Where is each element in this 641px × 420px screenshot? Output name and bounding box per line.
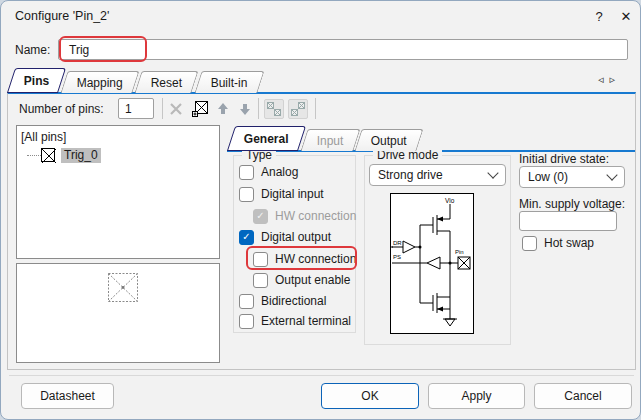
checkbox-digital-output[interactable]: ✓Digital output [239,229,331,245]
checkbox-icon[interactable] [253,273,268,288]
checkbox-icon[interactable] [522,236,537,251]
toolbar-separator [315,98,316,119]
tab-scroll-right-icon[interactable]: ▹ [610,73,622,85]
tree-root[interactable]: [All pins] [21,130,66,144]
number-of-pins-input[interactable]: 1 [118,98,154,119]
checkbox-digital-input[interactable]: Digital input [239,186,324,202]
checkbox-analog[interactable]: Analog [239,164,298,180]
checkbox-icon[interactable]: ✓ [239,230,254,245]
name-value: Trig [69,43,89,57]
checkbox-hw-connection-input: ✓HW connection [253,208,356,224]
schematic-ps-label: PS [393,254,401,260]
datasheet-button[interactable]: Datasheet [21,383,114,409]
tree-connector [27,155,41,156]
name-input[interactable]: Trig [58,39,628,60]
ok-button[interactable]: OK [321,383,419,409]
number-of-pins-label: Number of pins: [19,102,104,116]
pin-preview-symbol [108,273,138,302]
move-down-icon[interactable] [236,100,254,118]
driver-schematic: Vio DR PS Pin [390,193,474,334]
checkbox-icon[interactable] [253,252,268,267]
schematic-dr-label: DR [393,240,402,246]
move-up-icon[interactable] [214,100,232,118]
pin-symbol-icon [41,148,55,162]
double-crossed-box-icon [266,101,282,117]
dialog-title: Configure 'Pin_2' [15,9,109,23]
toolbar-separator [258,98,259,119]
crossed-box-add-icon [191,100,210,119]
tab-scroll-left-icon[interactable]: ◃ [598,73,610,85]
tab-reset[interactable]: Reset [135,71,200,93]
checkbox-hot-swap[interactable]: Hot swap [522,235,594,251]
group-pins-icon[interactable] [264,99,284,119]
initial-drive-state-dropdown[interactable]: Low (0) [519,166,625,188]
checkbox-bidirectional[interactable]: Bidirectional [239,293,326,309]
footer-separator [9,375,634,376]
schematic-pin-label: Pin [455,249,464,255]
checkbox-icon[interactable] [239,294,254,309]
tab-output[interactable]: Output [355,129,424,151]
tree-item-trig0[interactable]: Trig_0 [61,148,101,163]
down-arrow-icon [238,102,252,116]
number-of-pins-value: 1 [125,102,132,116]
checkbox-icon[interactable] [239,187,254,202]
double-crossed-box-icon [290,101,306,117]
apply-button[interactable]: Apply [428,383,525,409]
drive-mode-value: Strong drive [378,168,443,182]
pin-preview-panel [16,263,220,363]
chevron-down-icon [606,169,617,180]
tab-mapping[interactable]: Mapping [61,71,140,93]
tab-general[interactable]: General [227,126,306,151]
initial-drive-state-label: Initial drive state: [519,152,609,166]
help-icon[interactable]: ? [584,1,614,31]
tab-built-in[interactable]: Built-in [194,71,264,93]
delete-pin-icon[interactable] [167,100,185,118]
initial-drive-state-value: Low (0) [528,170,568,184]
checkbox-external-terminal[interactable]: External terminal [239,313,351,329]
inner-tab-strip: General Input Output [231,128,422,151]
chevron-down-icon [487,167,498,178]
up-arrow-icon [216,102,230,116]
add-pin-icon[interactable] [190,99,210,119]
x-icon [169,102,183,116]
checkbox-icon[interactable] [239,165,254,180]
tab-pins[interactable]: Pins [7,68,66,93]
checkbox-icon[interactable] [239,314,254,329]
cancel-button[interactable]: Cancel [534,383,632,409]
close-icon[interactable]: ✕ [611,1,641,31]
schematic-vio-label: Vio [445,197,455,204]
tab-scroll-arrows[interactable]: ◃▹ [598,73,621,86]
tab-input: Input [300,129,360,151]
name-label: Name: [15,43,50,57]
checkbox-icon: ✓ [253,209,268,224]
checkbox-hw-connection-output[interactable]: HW connection [253,251,356,267]
configure-pin-dialog: Configure 'Pin_2' ? ✕ Name: Trig Pins Ma… [0,0,641,420]
drive-mode-dropdown[interactable]: Strong drive [369,164,506,186]
min-supply-voltage-input[interactable] [519,211,617,231]
toolbar-separator [162,98,163,119]
outer-tab-strip: Pins Mapping Reset Built-in [11,70,262,93]
pin-tree-panel[interactable]: [All pins] Trig_0 [16,125,220,259]
ungroup-pins-icon[interactable] [288,99,308,119]
min-supply-voltage-label: Min. supply voltage: [519,197,625,211]
checkbox-output-enable[interactable]: Output enable [253,272,350,288]
